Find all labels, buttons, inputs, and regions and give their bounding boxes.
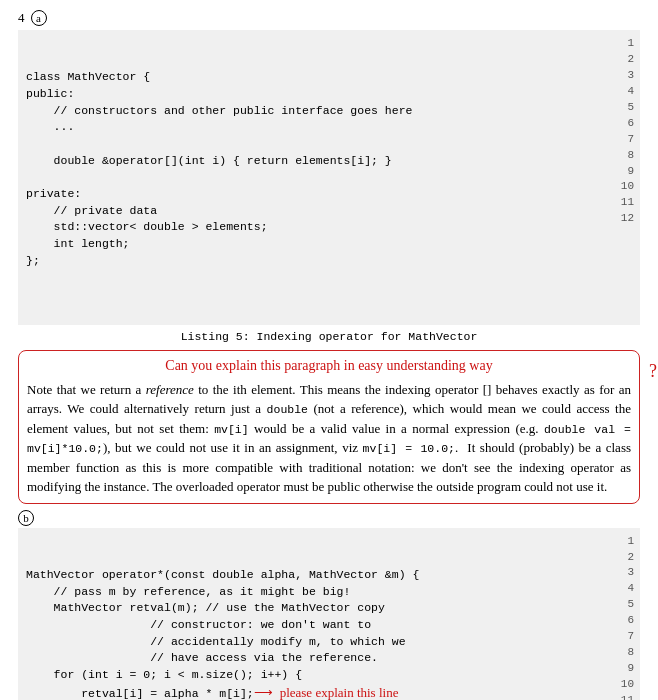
problem-number: 4	[18, 10, 25, 26]
handwritten-annotation-line: please explain this line	[280, 685, 399, 700]
listing5-line-numbers: 1 2 3 4 5 6 7 8 9 10 11 12	[621, 36, 634, 227]
listing6-line-numbers: 1 2 3 4 5 6 7 8 9 10 11 12 13 14 15 16 1…	[621, 534, 634, 700]
annotation-block-a: Can you explain this paragraph in easy u…	[18, 350, 640, 503]
part-a-circle: a	[31, 10, 47, 26]
part-b-circle: b	[18, 510, 34, 526]
problem-header: 4 a	[18, 10, 640, 26]
italic-reference: reference	[146, 382, 194, 397]
listing5-caption: Listing 5: Indexing operator for MathVec…	[18, 329, 640, 344]
page-container: 4 a class MathVector { public: // constr…	[18, 10, 640, 700]
listing5-caption-text: Listing 5: Indexing operator for MathVec…	[181, 330, 478, 343]
inline-val: double val = mv[i]*10.0;	[27, 423, 631, 456]
listing5-code: class MathVector { public: // constructo…	[18, 30, 640, 325]
question-mark: ?	[649, 361, 657, 382]
body-paragraph: Note that we return a reference to the i…	[27, 380, 631, 497]
inline-double: double	[267, 403, 308, 416]
arrow-annotation-char: ⟶	[254, 685, 273, 700]
handwritten-question: Can you explain this paragraph in easy u…	[27, 357, 631, 375]
listing6-code-content: MathVector operator*(const double alpha,…	[26, 567, 632, 700]
listing5-code-content: class MathVector { public: // constructo…	[26, 69, 632, 269]
inline-mvi: mv[i]	[214, 423, 249, 436]
listing6-code: MathVector operator*(const double alpha,…	[18, 528, 640, 700]
part-b-header: b	[18, 510, 640, 526]
inline-viz: mv[i] = 10.0;	[363, 442, 455, 455]
